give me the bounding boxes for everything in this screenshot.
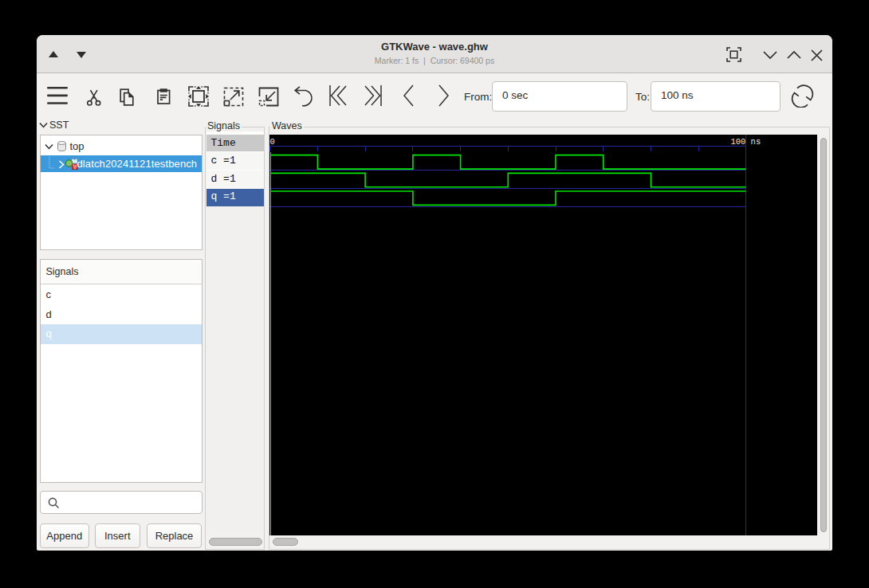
- svg-text:0: 0: [269, 136, 274, 146]
